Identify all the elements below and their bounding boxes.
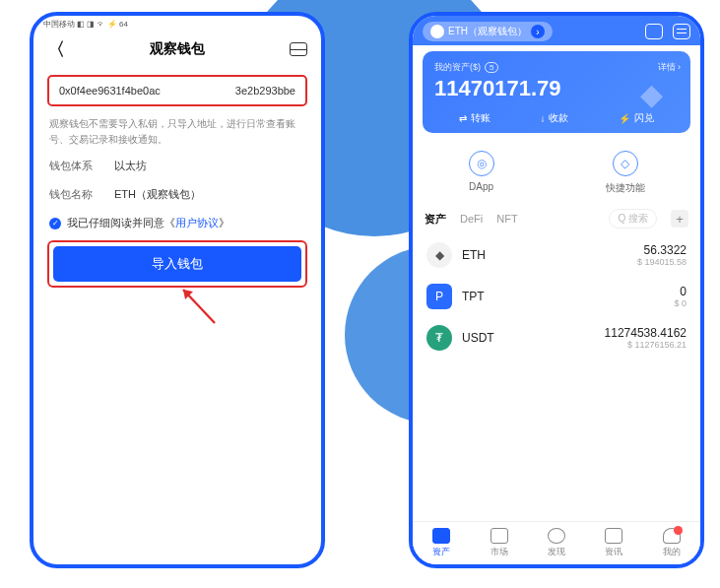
back-icon[interactable]: 〈 xyxy=(47,37,65,61)
address-end: 3e2b293bbe xyxy=(235,85,295,97)
checkbox-checked-icon[interactable]: ✓ xyxy=(49,218,61,229)
tab-nft[interactable]: NFT xyxy=(496,213,517,225)
my-asset-label: 我的资产($) 5 xyxy=(434,61,679,74)
scan-icon[interactable] xyxy=(645,24,663,39)
chart-icon xyxy=(491,528,508,544)
tab-asset[interactable]: 资产 xyxy=(425,212,446,227)
tab-market[interactable]: 市场 xyxy=(470,522,527,564)
asset-row-usdt[interactable]: ₮ USDT 11274538.4162 $ 11276156.21 xyxy=(413,317,700,359)
asset-card: 我的资产($) 5 详情 › ◆ 11470171.79 ⇄转账 ↓收款 ⚡闪兑 xyxy=(423,51,690,133)
svg-marker-1 xyxy=(183,290,193,299)
transfer-button[interactable]: ⇄转账 xyxy=(459,111,491,125)
page-title: 观察钱包 xyxy=(150,40,205,58)
usdt-icon: ₮ xyxy=(426,325,452,351)
shortcut-dapp[interactable]: ◎ DApp xyxy=(469,151,494,195)
user-badge-icon xyxy=(663,528,681,544)
tpt-icon: P xyxy=(426,284,452,309)
annotation-arrow-icon xyxy=(177,286,227,325)
compass-icon xyxy=(548,528,565,544)
swap-button[interactable]: ⚡闪兑 xyxy=(619,111,654,125)
phone-wallet-home: ETH（观察钱包） › 我的资产($) 5 详情 › ◆ 11470171.79… xyxy=(409,12,704,568)
shortcut-row: ◎ DApp ◇ 快捷功能 xyxy=(413,141,700,205)
add-token-button[interactable]: + xyxy=(671,210,688,228)
flash-icon: ⚡ xyxy=(619,113,630,124)
import-wallet-button[interactable]: 导入钱包 xyxy=(53,246,301,282)
search-input[interactable]: Q 搜索 xyxy=(609,209,657,229)
svg-line-0 xyxy=(183,290,215,323)
compass-icon: ◎ xyxy=(469,151,494,176)
status-bar: 中国移动 ◧ ◨ ᯤ ⚡ 64 xyxy=(33,16,321,32)
watch-wallet-description: 观察钱包不需要导入私钥，只导入地址，进行日常查看账号、交易记录和接收通知。 xyxy=(49,116,305,147)
bottom-tabbar: 资产 市场 发现 资讯 我的 xyxy=(413,521,700,564)
header: 〈 观察钱包 xyxy=(33,32,321,71)
eth-icon: ◆ xyxy=(426,242,452,268)
chevron-right-icon: › xyxy=(531,25,545,38)
detail-link[interactable]: 详情 › xyxy=(658,61,682,74)
news-icon xyxy=(605,528,622,544)
tab-news[interactable]: 资讯 xyxy=(585,522,642,564)
tab-defi[interactable]: DeFi xyxy=(460,213,483,225)
menu-icon[interactable] xyxy=(673,24,690,39)
asset-row-eth[interactable]: ◆ ETH 56.3322 $ 194015.58 xyxy=(413,234,700,276)
import-highlight: 导入钱包 xyxy=(47,240,307,288)
phone-import-wallet: 中国移动 ◧ ◨ ᯤ ⚡ 64 〈 观察钱包 0x0f4ee9631f4be0a… xyxy=(30,12,325,568)
shortcut-quick[interactable]: ◇ 快捷功能 xyxy=(606,151,645,195)
eth-chain-icon xyxy=(430,25,444,38)
asset-row-tpt[interactable]: P TPT 0 $ 0 xyxy=(413,276,700,317)
agree-row[interactable]: ✓ 我已仔细阅读并同意《用户协议》 xyxy=(49,216,305,230)
row-system: 钱包体系 以太坊 xyxy=(49,159,305,173)
scan-icon[interactable] xyxy=(290,42,307,56)
address-start: 0x0f4ee9631f4be0ac xyxy=(59,85,161,97)
row-wallet-name: 钱包名称 ETH（观察钱包） xyxy=(49,187,305,202)
swap-icon: ⇄ xyxy=(459,113,467,124)
user-agreement-link[interactable]: 用户协议 xyxy=(175,217,219,229)
receive-button[interactable]: ↓收款 xyxy=(540,111,568,125)
link-icon: ◇ xyxy=(613,151,638,176)
eth-logo-icon: ◆ xyxy=(640,77,663,111)
tab-discover[interactable]: 发现 xyxy=(528,522,585,564)
tab-asset-bottom[interactable]: 资产 xyxy=(413,522,470,564)
tab-me[interactable]: 我的 xyxy=(643,522,700,564)
download-icon: ↓ xyxy=(540,113,545,124)
wallet-icon xyxy=(432,528,450,544)
wallet-selector[interactable]: ETH（观察钱包） › xyxy=(423,22,553,41)
top-bar: ETH（观察钱包） › xyxy=(413,16,700,45)
asset-tabs: 资产 DeFi NFT Q 搜索 + xyxy=(413,205,700,234)
address-input[interactable]: 0x0f4ee9631f4be0ac 3e2b293bbe xyxy=(47,75,307,106)
